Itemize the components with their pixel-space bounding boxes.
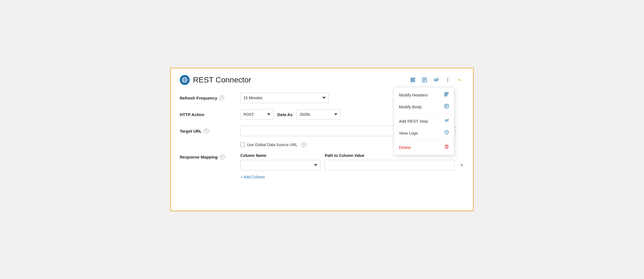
svg-rect-17 [445,94,448,95]
svg-point-14 [447,79,448,80]
target-url-label: Target URL ? [180,128,240,133]
more-options-button[interactable] [443,75,453,85]
svg-point-12 [436,79,437,81]
add-rest-step-menu-icon [444,118,449,124]
svg-rect-18 [445,95,447,96]
modify-headers-button[interactable] [408,75,418,85]
global-url-help-icon[interactable]: ? [301,142,306,147]
refresh-frequency-select[interactable]: 15 Minutes 30 Minutes 1 Hour Manual [240,93,329,103]
card-header: REST Connector [180,75,464,85]
delete-menu-icon [444,144,449,151]
dropdown-menu: Modify Headers Modify Body [394,87,454,155]
svg-rect-6 [411,79,414,80]
refresh-frequency-label: Refresh Frequency ? [180,95,240,100]
delete-menu-item[interactable]: Delete [394,141,454,153]
add-rest-step-button[interactable] [431,75,441,85]
collapse-button[interactable] [454,75,464,85]
target-url-help-icon[interactable]: ? [204,128,209,133]
modify-body-menu-icon [444,104,449,110]
data-as-select[interactable]: JSON XML Form [296,109,340,120]
rest-connector-card: REST Connector [170,68,474,211]
mapping-table: Column Name Path to Column Value × + Add… [240,153,464,181]
data-as-label: Data As [277,112,293,117]
globe-icon [180,75,190,85]
refresh-frequency-help-icon[interactable]: ? [219,95,224,100]
modify-body-menu-item[interactable]: Modify Body [394,101,454,113]
svg-point-13 [447,78,448,79]
add-column-button[interactable]: + Add Column [240,173,265,181]
svg-rect-7 [411,81,413,82]
response-mapping-label: Response Mapping ? [180,153,240,159]
http-action-controls: GET POST PUT DELETE PATCH Data As JSON X… [240,109,340,120]
add-rest-step-menu-item[interactable]: Add REST Step [394,115,454,127]
column-name-select-1[interactable] [240,160,320,170]
toolbar: Modify Headers Modify Body [408,75,464,85]
page-title: REST Connector [193,76,251,84]
title-area: REST Connector [180,75,251,85]
svg-point-23 [446,120,447,121]
view-logs-menu-item[interactable]: View Logs [394,127,454,139]
response-mapping-row: Response Mapping ? Column Name Path to C… [180,153,464,181]
path-to-column-input-1[interactable] [325,160,455,170]
svg-point-15 [447,81,448,82]
svg-rect-16 [445,92,449,93]
global-url-checkbox[interactable] [240,143,245,147]
view-logs-menu-icon [444,130,449,136]
modify-headers-menu-icon [444,92,449,98]
mapping-entry-1: × [240,160,464,170]
svg-rect-5 [411,78,415,79]
http-action-select[interactable]: GET POST PUT DELETE PATCH [240,109,273,120]
global-url-checkbox-label[interactable]: Use Global Data Source URL ? [240,142,306,147]
column-name-header: Column Name [240,153,320,158]
modify-body-button[interactable] [420,75,430,85]
http-action-label: HTTP Action [180,112,240,117]
remove-mapping-1-button[interactable]: × [459,163,464,168]
modify-headers-menu-item[interactable]: Modify Headers [394,89,454,101]
response-mapping-help-icon[interactable]: ? [220,154,225,159]
